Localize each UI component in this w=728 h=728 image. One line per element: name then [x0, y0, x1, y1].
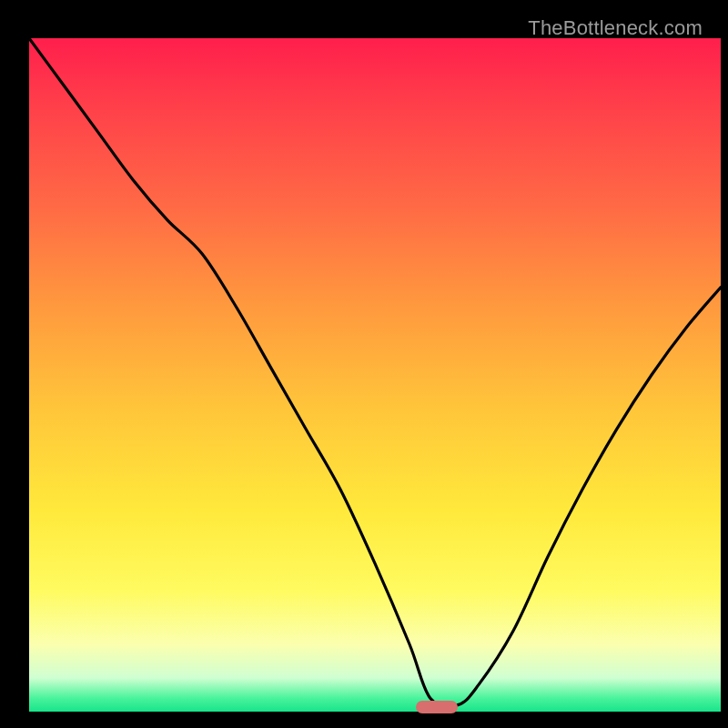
watermark-text: TheBottleneck.com	[528, 16, 703, 40]
plot-area	[29, 38, 721, 712]
optimal-marker	[416, 701, 458, 713]
chart-frame: TheBottleneck.com	[11, 11, 717, 717]
bottleneck-curve	[29, 38, 721, 712]
